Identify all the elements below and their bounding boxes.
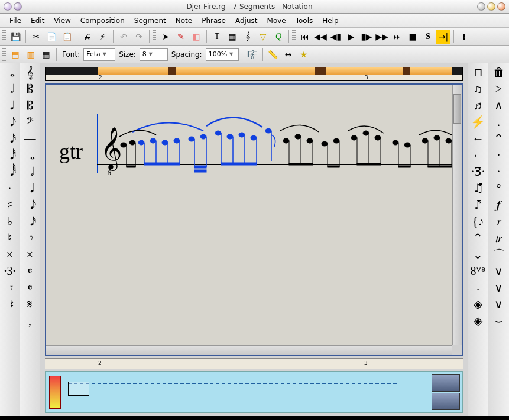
- pencil-tool[interactable]: ✎: [174, 30, 188, 44]
- rewind-button[interactable]: ◀◀: [313, 30, 328, 44]
- left-palette2-item-5[interactable]: 𝅝: [22, 148, 38, 161]
- layout3-button[interactable]: ▦: [39, 47, 53, 62]
- span-button[interactable]: ↔: [281, 47, 296, 62]
- right-palette-item-12[interactable]: 8ᵛᵃ: [471, 264, 486, 277]
- stop-button[interactable]: ■: [406, 30, 420, 44]
- far-right-palette-item-0[interactable]: 🗑: [491, 66, 507, 79]
- loop-end-button[interactable]: →|: [436, 30, 450, 44]
- spacing-select[interactable]: 100%▼: [206, 48, 239, 61]
- left-palette-item-9[interactable]: ♭: [2, 215, 18, 228]
- horizontal-scrollbar[interactable]: [46, 345, 452, 355]
- rewind-start-button[interactable]: ⏮: [298, 30, 312, 44]
- close-button[interactable]: [497, 2, 505, 11]
- far-right-palette-item-5[interactable]: ·: [491, 148, 507, 161]
- far-right-palette-item-13[interactable]: ∨: [491, 281, 507, 294]
- far-right-palette-item-4[interactable]: ⌃: [491, 132, 507, 145]
- right-palette-item-4[interactable]: ←: [471, 132, 486, 145]
- left-palette-item-8[interactable]: ♯: [2, 198, 18, 211]
- grid-tool[interactable]: ▦: [225, 30, 239, 44]
- toolbar-handle[interactable]: [2, 30, 6, 43]
- left-palette-item-14[interactable]: 𝄽: [2, 298, 18, 311]
- menu-view[interactable]: View: [49, 15, 75, 27]
- right-palette-item-2[interactable]: ♬: [471, 99, 486, 112]
- toolbar-handle-3[interactable]: [292, 30, 296, 43]
- menu-composition[interactable]: Composition: [76, 15, 129, 27]
- quantize-tool[interactable]: Q: [271, 30, 286, 44]
- top-ruler[interactable]: 2 3: [45, 67, 463, 81]
- end-button[interactable]: ⏭: [390, 30, 404, 44]
- ffwd-button[interactable]: ▶▶: [375, 30, 389, 44]
- left-palette2-item-3[interactable]: 𝄢: [22, 115, 38, 128]
- font-select[interactable]: Feta▼: [83, 48, 115, 61]
- left-palette-item-2[interactable]: 𝅘𝅥: [2, 99, 18, 112]
- right-palette-item-8[interactable]: ♪̄: [471, 198, 486, 211]
- far-right-palette-item-10[interactable]: 𝆖: [491, 231, 507, 244]
- menu-help[interactable]: Help: [317, 15, 343, 27]
- right-palette-item-13[interactable]: 𝆤: [471, 281, 486, 294]
- far-right-palette-item-11[interactable]: ⌒: [491, 248, 507, 261]
- score-canvas[interactable]: gtr 𝄞 8: [45, 83, 463, 356]
- left-palette-item-1[interactable]: 𝅗𝅥: [2, 82, 18, 95]
- eraser-tool[interactable]: ◧: [189, 30, 203, 44]
- menu-segment[interactable]: Segment: [129, 15, 171, 27]
- left-palette-item-0[interactable]: 𝅝: [2, 66, 18, 79]
- left-palette-item-13[interactable]: 𝄾: [2, 281, 18, 294]
- left-palette-item-6[interactable]: 𝅘𝅥𝅱: [2, 165, 18, 178]
- toolbar2-handle[interactable]: [2, 48, 6, 61]
- clef-tool[interactable]: 𝄞: [241, 30, 255, 44]
- menu-edit[interactable]: Edit: [26, 15, 49, 27]
- menu-move[interactable]: Move: [262, 15, 291, 27]
- left-palette2-item-11[interactable]: ×: [22, 248, 38, 261]
- star-button[interactable]: ★: [297, 47, 311, 62]
- layout2-button[interactable]: ▥: [24, 47, 38, 62]
- flash-button[interactable]: ⚡: [96, 30, 110, 44]
- right-palette-item-1[interactable]: ♫: [471, 82, 486, 95]
- panic-button[interactable]: !: [457, 30, 471, 44]
- right-palette-item-10[interactable]: ⌃: [471, 231, 486, 244]
- toolbar-handle-2[interactable]: [153, 30, 156, 43]
- solo-button[interactable]: S: [421, 30, 435, 44]
- far-right-palette-item-7[interactable]: °: [491, 182, 507, 195]
- far-right-palette-item-14[interactable]: ∨: [491, 298, 507, 311]
- left-palette-item-4[interactable]: 𝅘𝅥𝅯: [2, 132, 18, 145]
- maximize-button[interactable]: [487, 2, 495, 11]
- minimize-button[interactable]: [477, 2, 485, 11]
- right-palette-item-0[interactable]: ⊓: [471, 66, 486, 79]
- far-right-palette-item-2[interactable]: ∧: [491, 99, 507, 112]
- save-button[interactable]: 💾: [8, 30, 22, 44]
- left-palette2-item-0[interactable]: 𝄞: [22, 66, 38, 79]
- ruler-button[interactable]: 📏: [266, 47, 280, 62]
- far-right-palette-item-1[interactable]: >: [491, 82, 507, 95]
- layout1-button[interactable]: ▤: [8, 47, 22, 62]
- copy-button[interactable]: 📄: [44, 30, 59, 44]
- wm-shade-icon[interactable]: [14, 2, 22, 11]
- filter-tool[interactable]: ▽: [256, 30, 270, 44]
- left-palette-item-3[interactable]: 𝅘𝅥𝅮: [2, 115, 18, 128]
- left-palette2-item-13[interactable]: 𝄵: [22, 281, 38, 294]
- right-palette-item-15[interactable]: ◈: [471, 314, 486, 327]
- undo-button[interactable]: ↶: [116, 30, 131, 44]
- far-right-palette-item-8[interactable]: 𝆑: [491, 198, 507, 211]
- left-palette2-item-7[interactable]: 𝅘𝅥: [22, 182, 38, 195]
- overview-thumb[interactable]: [432, 374, 460, 392]
- left-palette2-item-10[interactable]: 𝄾: [22, 231, 38, 244]
- left-palette-item-5[interactable]: 𝅘𝅥𝅰: [2, 148, 18, 161]
- left-palette2-item-12[interactable]: 𝄴: [22, 264, 38, 277]
- left-palette2-item-8[interactable]: 𝅘𝅥𝅮: [22, 198, 38, 211]
- overview-track[interactable]: [64, 372, 429, 412]
- right-palette-item-3[interactable]: ⚡: [471, 115, 486, 128]
- far-right-palette-item-9[interactable]: 𝆌: [491, 215, 507, 228]
- left-palette2-item-6[interactable]: 𝅗𝅥: [22, 165, 38, 178]
- right-palette-item-6[interactable]: ·3̄·: [471, 165, 486, 178]
- text-tool[interactable]: T: [210, 30, 224, 44]
- overview-viewport[interactable]: [68, 382, 89, 396]
- right-palette-item-7[interactable]: ♫̄: [471, 182, 486, 195]
- far-right-palette-item-6[interactable]: ·: [491, 165, 507, 178]
- play-button[interactable]: ▶: [344, 30, 358, 44]
- print-button[interactable]: 🖨: [80, 30, 95, 44]
- far-right-palette-item-3[interactable]: .: [491, 115, 507, 128]
- menu-note[interactable]: Note: [171, 15, 197, 27]
- right-palette-item-14[interactable]: ◈: [471, 298, 486, 311]
- left-palette-item-12[interactable]: ·3·: [2, 264, 18, 277]
- right-palette-item-11[interactable]: ⌄: [471, 248, 486, 261]
